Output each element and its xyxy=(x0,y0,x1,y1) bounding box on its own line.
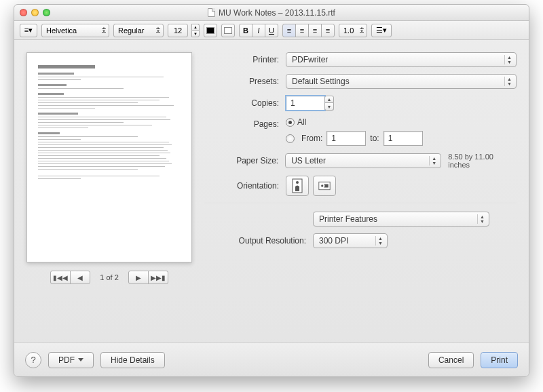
copies-label: Copies: xyxy=(204,98,286,108)
orientation-label: Orientation: xyxy=(204,181,286,191)
font-weight-select[interactable]: Regular▲▼ xyxy=(113,24,164,37)
text-color-button[interactable] xyxy=(204,24,217,37)
bold-button[interactable]: B xyxy=(239,24,252,37)
presets-value: Default Settings xyxy=(292,77,350,86)
font-size-field[interactable]: 12 xyxy=(168,24,188,37)
print-button[interactable]: Print xyxy=(481,352,518,368)
align-center-button[interactable]: ≡ xyxy=(295,24,309,37)
output-resolution-select[interactable]: 300 DPI▲▼ xyxy=(313,233,388,248)
orientation-landscape-button[interactable] xyxy=(313,176,336,196)
font-style-group: B I U xyxy=(239,24,278,37)
underline-button[interactable]: U xyxy=(265,24,278,37)
print-options-form: Printer: PDFwriter▲▼ Presets: Default Se… xyxy=(204,52,517,284)
pages-from-label: From: xyxy=(301,134,322,143)
section-divider xyxy=(204,203,517,203)
copies-value: 1 xyxy=(291,98,295,108)
font-weight-value: Regular xyxy=(118,26,145,35)
align-right-button[interactable]: ≡ xyxy=(308,24,322,37)
preview-pager: ▮◀◀ ◀ 1 of 2 ▶ ▶▶▮ xyxy=(26,271,192,284)
pages-from-input[interactable]: 1 xyxy=(326,131,366,146)
font-size-stepper[interactable]: ▲▼ xyxy=(191,24,200,37)
italic-button[interactable]: I xyxy=(252,24,265,37)
pdf-menu-button[interactable]: PDF xyxy=(48,352,94,368)
alignment-group: ≡ ≡ ≡ ≡ xyxy=(282,24,335,37)
highlight-color-button[interactable] xyxy=(221,24,235,37)
page-preview xyxy=(26,52,192,262)
document-icon xyxy=(208,8,215,17)
list-style-button[interactable]: ☰▾ xyxy=(371,24,392,37)
window-title-text: MU Work Notes – 2013.11.15.rtf xyxy=(219,8,335,18)
line-spacing-value: 1.0 xyxy=(343,26,354,35)
help-button[interactable]: ? xyxy=(25,352,41,368)
svg-point-3 xyxy=(321,184,323,187)
window-title: MU Work Notes – 2013.11.15.rtf xyxy=(14,8,529,18)
zoom-window-button[interactable] xyxy=(43,9,50,16)
hide-details-button[interactable]: Hide Details xyxy=(100,352,165,368)
svg-point-1 xyxy=(296,181,299,184)
dialog-footer: ? PDF Hide Details Cancel Print xyxy=(14,342,529,376)
cancel-button[interactable]: Cancel xyxy=(428,352,474,368)
presets-select[interactable]: Default Settings▲▼ xyxy=(286,74,517,89)
paper-size-label: Paper Size: xyxy=(204,156,285,165)
align-justify-button[interactable]: ≡ xyxy=(321,24,335,37)
output-resolution-value: 300 DPI xyxy=(319,236,348,246)
font-family-select[interactable]: Helvetica▲▼ xyxy=(41,24,109,37)
print-section-value: Printer Features xyxy=(319,214,377,224)
print-section-select[interactable]: Printer Features▲▼ xyxy=(313,212,489,227)
output-resolution-label: Output Resolution: xyxy=(204,236,313,246)
next-page-button[interactable]: ▶ xyxy=(128,271,149,284)
pages-all-radio[interactable] xyxy=(286,118,295,127)
pages-to-label: to: xyxy=(370,134,379,143)
copies-input[interactable]: 1 xyxy=(286,96,325,111)
font-size-value: 12 xyxy=(174,26,182,35)
line-spacing-select[interactable]: 1.0▲▼ xyxy=(339,24,367,37)
pages-range-radio[interactable] xyxy=(286,134,295,143)
printer-label: Printer: xyxy=(204,55,286,64)
align-left-button[interactable]: ≡ xyxy=(282,24,296,37)
print-dialog-window: MU Work Notes – 2013.11.15.rtf ≡▾ Helvet… xyxy=(14,4,529,377)
styles-menu-button[interactable]: ≡▾ xyxy=(20,24,37,37)
printer-select[interactable]: PDFwriter▲▼ xyxy=(286,52,517,67)
minimize-window-button[interactable] xyxy=(31,9,39,16)
paper-size-select[interactable]: US Letter▲▼ xyxy=(285,153,441,168)
printer-value: PDFwriter xyxy=(292,55,328,64)
paper-dimensions: 8.50 by 11.00 inches xyxy=(448,153,517,169)
pages-to-input[interactable]: 1 xyxy=(383,131,423,146)
window-controls xyxy=(14,9,50,16)
close-window-button[interactable] xyxy=(20,9,27,16)
last-page-button[interactable]: ▶▶▮ xyxy=(148,271,168,284)
copies-stepper[interactable]: ▲▼ xyxy=(324,96,334,111)
orientation-portrait-button[interactable] xyxy=(286,176,309,196)
pages-all-label: All xyxy=(297,117,306,127)
first-page-button[interactable]: ▮◀◀ xyxy=(50,271,71,284)
pages-label: Pages: xyxy=(204,117,286,129)
prev-page-button[interactable]: ◀ xyxy=(70,271,90,284)
font-family-value: Helvetica xyxy=(46,26,77,35)
print-preview-column: ▮◀◀ ◀ 1 of 2 ▶ ▶▶▮ xyxy=(26,52,192,284)
format-toolbar: ≡▾ Helvetica▲▼ Regular▲▼ 12 ▲▼ B I U ≡ ≡… xyxy=(14,21,529,40)
presets-label: Presets: xyxy=(204,77,286,86)
paper-size-value: US Letter xyxy=(291,156,326,165)
titlebar: MU Work Notes – 2013.11.15.rtf xyxy=(14,5,529,21)
page-indicator: 1 of 2 xyxy=(100,273,119,281)
